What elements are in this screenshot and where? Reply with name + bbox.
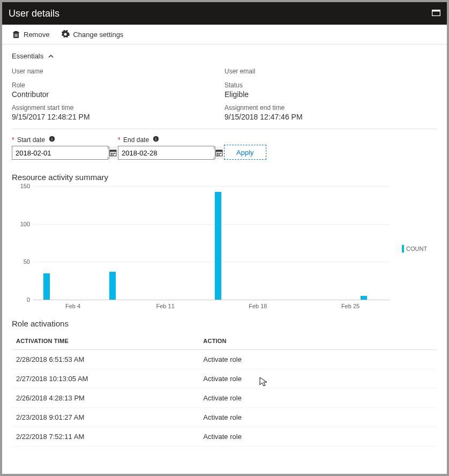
activity-chart-wrap: 050100150Feb 4Feb 11Feb 18Feb 25 COUNT xyxy=(12,186,437,309)
remove-button[interactable]: Remove xyxy=(12,30,49,39)
activity-summary-heading: Resource activity summary xyxy=(12,173,437,182)
svg-rect-6 xyxy=(111,153,112,154)
maximize-button[interactable] xyxy=(432,10,440,18)
date-filter-row: * Start date i xyxy=(12,129,437,163)
field-role: Role Contributor xyxy=(12,81,224,99)
svg-rect-1 xyxy=(432,10,440,11)
assignment-end-value: 9/15/2018 12:47:46 PM xyxy=(224,113,437,121)
apply-button[interactable]: Apply xyxy=(224,145,266,160)
essentials-label: Essentials xyxy=(12,52,43,60)
end-date-field: * End date i xyxy=(118,136,214,160)
email-label: User email xyxy=(224,68,437,75)
field-email: User email xyxy=(224,68,437,76)
info-icon[interactable]: i xyxy=(49,136,55,144)
chart-legend: COUNT xyxy=(402,188,427,309)
field-assignment-end: Assignment end time 9/15/2018 12:47:46 P… xyxy=(224,104,437,121)
role-value: Contributor xyxy=(12,90,224,99)
chart-ytick: 0 xyxy=(27,296,30,303)
svg-rect-16 xyxy=(219,153,220,154)
activation-time-cell: 2/27/2018 10:13:05 AM xyxy=(12,369,199,389)
panel-title: User details xyxy=(9,8,59,19)
field-status: Status Eligible xyxy=(224,81,437,99)
table-row[interactable]: 2/28/2018 6:51:53 AMActivate role xyxy=(12,350,437,369)
info-icon[interactable]: i xyxy=(153,136,159,144)
chart-xtick: Feb 4 xyxy=(65,303,80,309)
change-settings-label: Change settings xyxy=(73,31,123,39)
legend-label: COUNT xyxy=(406,246,427,252)
status-value: Eligible xyxy=(224,90,437,99)
svg-text:i: i xyxy=(156,137,157,142)
activation-time-cell: 2/28/2018 6:51:53 AM xyxy=(12,350,199,369)
activity-chart: 050100150Feb 4Feb 11Feb 18Feb 25 xyxy=(12,186,392,309)
chart-bar[interactable] xyxy=(109,272,116,300)
calendar-icon xyxy=(215,149,223,157)
essentials-toggle[interactable]: Essentials xyxy=(12,50,437,64)
chevron-up-icon xyxy=(48,53,54,59)
start-date-input-wrap xyxy=(12,146,108,160)
gear-icon xyxy=(61,30,70,39)
role-activations-table: ACTIVATION TIME ACTION 2/28/2018 6:51:53… xyxy=(12,332,437,447)
end-date-calendar-button[interactable] xyxy=(215,146,223,159)
action-cell: Activate role xyxy=(199,408,437,427)
chart-bar[interactable] xyxy=(43,273,50,300)
change-settings-button[interactable]: Change settings xyxy=(61,30,123,39)
trash-icon xyxy=(12,30,20,39)
chart-plot-area xyxy=(33,186,390,300)
col-activation-time[interactable]: ACTIVATION TIME xyxy=(12,332,199,350)
remove-label: Remove xyxy=(24,31,49,39)
assignment-start-value: 9/15/2017 12:48:21 PM xyxy=(12,113,224,121)
table-row[interactable]: 2/22/2018 7:52:11 AMActivate role xyxy=(12,427,437,447)
table-row[interactable]: 2/26/2018 4:28:13 PMActivate role xyxy=(12,389,437,408)
chart-xtick: Feb 18 xyxy=(249,303,267,309)
required-asterisk: * xyxy=(12,136,14,144)
legend-swatch xyxy=(402,245,404,252)
svg-rect-17 xyxy=(220,153,221,154)
chart-ytick: 100 xyxy=(20,221,30,227)
chart-xtick: Feb 25 xyxy=(341,303,360,309)
svg-rect-9 xyxy=(111,154,112,155)
action-cell: Activate role xyxy=(199,350,437,369)
chart-ytick: 150 xyxy=(20,183,30,189)
col-action[interactable]: ACTION xyxy=(199,332,437,350)
table-row[interactable]: 2/27/2018 10:13:05 AMActivate role xyxy=(12,369,437,389)
svg-rect-5 xyxy=(110,150,116,152)
field-username: User name xyxy=(12,68,224,76)
end-date-input[interactable] xyxy=(118,149,215,157)
activation-time-cell: 2/23/2018 9:01:27 AM xyxy=(12,408,199,427)
command-bar: Remove Change settings xyxy=(2,25,447,44)
action-cell: Activate role xyxy=(199,427,437,447)
start-date-input[interactable] xyxy=(12,149,109,157)
table-header-row: ACTIVATION TIME ACTION xyxy=(12,332,437,350)
user-details-panel: User details Remove Change settings Esse… xyxy=(0,0,449,476)
table-row[interactable]: 2/23/2018 9:01:27 AMActivate role xyxy=(12,408,437,427)
chart-bar[interactable] xyxy=(215,192,221,300)
svg-text:i: i xyxy=(52,137,53,142)
action-cell: Activate role xyxy=(199,369,437,389)
content-area: Essentials User name User email Role Con… xyxy=(2,44,447,474)
svg-rect-18 xyxy=(217,154,218,155)
svg-rect-15 xyxy=(217,153,218,154)
svg-rect-10 xyxy=(113,154,114,155)
action-cell: Activate role xyxy=(199,389,437,408)
svg-rect-19 xyxy=(219,154,220,155)
titlebar: User details xyxy=(2,2,447,25)
end-date-input-wrap xyxy=(118,146,214,160)
status-label: Status xyxy=(224,81,437,89)
field-assignment-start: Assignment start time 9/15/2017 12:48:21… xyxy=(12,104,224,121)
chart-ytick: 50 xyxy=(24,258,30,265)
role-label: Role xyxy=(12,81,224,89)
assignment-end-label: Assignment end time xyxy=(224,104,437,111)
end-date-label: * End date i xyxy=(118,136,214,144)
assignment-start-label: Assignment start time xyxy=(12,104,224,111)
svg-rect-7 xyxy=(113,153,114,154)
start-date-calendar-button[interactable] xyxy=(109,146,117,159)
start-date-field: * Start date i xyxy=(12,136,108,160)
chart-bar[interactable] xyxy=(361,296,367,300)
essentials-section: User name User email Role Contributor St… xyxy=(12,64,437,129)
activation-time-cell: 2/22/2018 7:52:11 AM xyxy=(12,427,199,447)
username-label: User name xyxy=(12,68,224,75)
svg-rect-14 xyxy=(216,150,222,152)
start-date-label: * Start date i xyxy=(12,136,108,144)
calendar-icon xyxy=(109,149,117,157)
activation-time-cell: 2/26/2018 4:28:13 PM xyxy=(12,389,199,408)
